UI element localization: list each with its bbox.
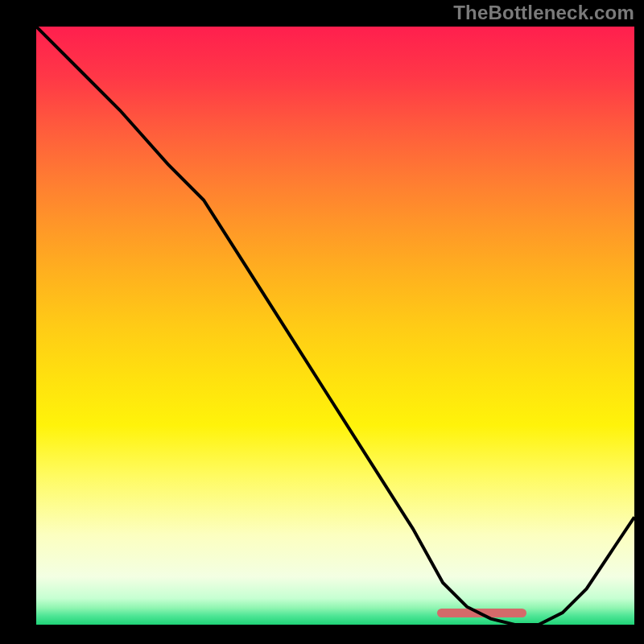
watermark-text: TheBottleneck.com bbox=[453, 2, 634, 24]
bottleneck-curve bbox=[36, 27, 634, 625]
chart-container: TheBottleneck.com bbox=[0, 0, 644, 644]
curve-path bbox=[36, 27, 634, 625]
plot-area bbox=[36, 27, 634, 625]
